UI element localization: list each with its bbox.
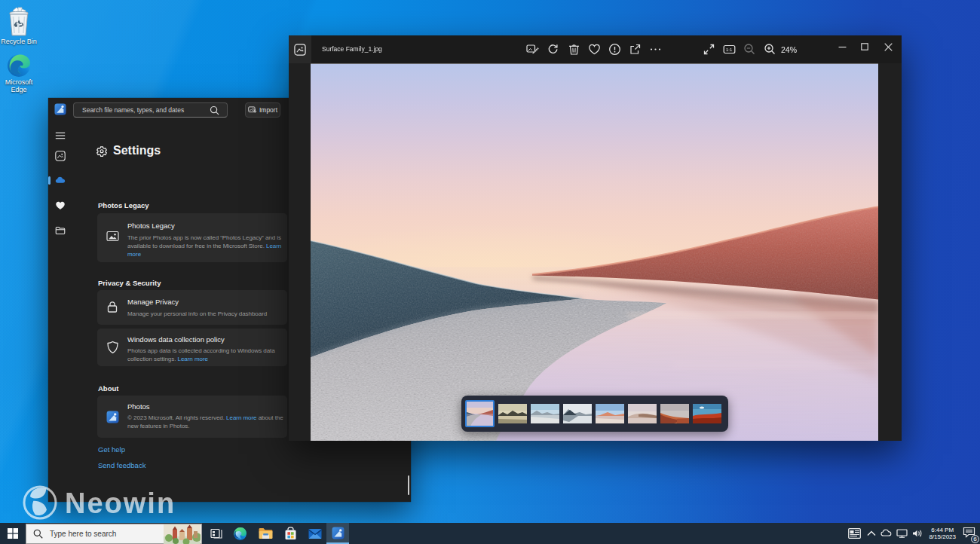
- svg-text:1:1: 1:1: [726, 47, 733, 52]
- svg-text:Neowin: Neowin: [65, 487, 176, 519]
